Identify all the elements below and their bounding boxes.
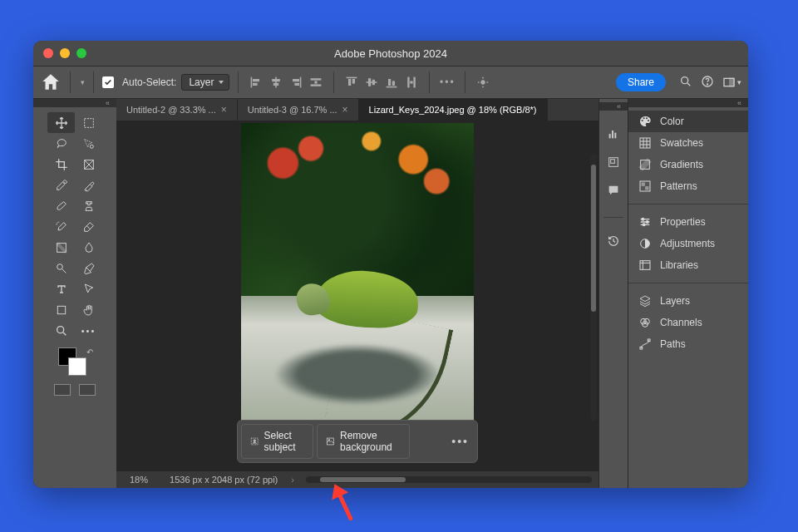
pen-tool[interactable] [75, 258, 102, 278]
options-bar: ▾ Auto-Select: Layer ••• Share [33, 66, 748, 99]
document-tab[interactable]: Untitled-2 @ 33.3% ... × [116, 99, 238, 121]
distribute-v-button[interactable] [402, 73, 421, 91]
move-tool-indicator-icon[interactable]: ▾ [79, 78, 85, 86]
panel-label: Libraries [660, 259, 698, 271]
svg-point-58 [643, 224, 645, 226]
app-window: Adobe Photoshop 2024 ▾ Auto-Select: Laye… [33, 41, 748, 488]
quick-select-tool[interactable] [75, 133, 102, 154]
more-options-button[interactable]: ••• [446, 435, 474, 448]
align-center-h-button[interactable] [267, 73, 285, 91]
align-top-button[interactable] [342, 73, 361, 91]
panel-tab-channels[interactable]: Channels [628, 312, 748, 333]
remove-background-button[interactable]: Remove background [317, 424, 410, 459]
background-color[interactable] [68, 357, 86, 376]
mask-icon[interactable] [430, 429, 443, 454]
workspace-switcher[interactable]: ▾ [722, 76, 741, 89]
share-button[interactable]: Share [616, 73, 666, 91]
clone-stamp-tool[interactable] [75, 195, 102, 216]
svg-rect-9 [311, 78, 322, 80]
align-left-button[interactable] [247, 73, 265, 91]
canvas-viewport[interactable]: Select subject Remove background ••• [116, 121, 598, 471]
brush-tool[interactable] [47, 195, 75, 216]
svg-rect-15 [367, 81, 377, 83]
select-subject-button[interactable]: Select subject [241, 424, 313, 459]
frame-tool[interactable] [75, 154, 102, 175]
tab-label: Untitled-3 @ 16.7% ... [248, 105, 337, 115]
panel-tab-gradients[interactable]: Gradients [628, 154, 748, 175]
vertical-scrollbar[interactable] [590, 154, 597, 421]
svg-rect-2 [253, 83, 258, 86]
panel-tab-layers[interactable]: Layers [628, 290, 748, 312]
panel-tab-patterns[interactable]: Patterns [628, 175, 748, 197]
zoom-tool[interactable] [47, 320, 75, 341]
close-tab-icon[interactable]: × [342, 104, 348, 116]
healing-brush-tool[interactable] [75, 175, 102, 195]
marquee-tool[interactable] [75, 112, 102, 133]
panel-label: Layers [660, 295, 690, 307]
panel-tab-libraries[interactable]: Libraries [628, 254, 748, 276]
collapse-panels-icon[interactable]: « [737, 99, 741, 107]
swap-colors-icon[interactable]: ↶ [86, 347, 93, 357]
close-window-button[interactable] [43, 48, 53, 58]
history-icon[interactable] [607, 234, 620, 251]
align-middle-v-button[interactable] [362, 73, 381, 91]
auto-select-checkbox[interactable] [102, 76, 114, 88]
tab-label: Lizard_Keys_2024.jpeg @ 18% (RGB/8*) [369, 105, 537, 115]
comments-icon[interactable] [607, 184, 620, 200]
quickmask-mode-button[interactable] [79, 384, 96, 396]
svg-rect-64 [640, 347, 643, 349]
lasso-tool[interactable] [47, 133, 75, 154]
align-bottom-button[interactable] [382, 73, 401, 91]
layer-dropdown[interactable]: Layer [181, 74, 229, 91]
status-menu-icon[interactable]: › [286, 475, 299, 485]
panel-tab-properties[interactable]: Properties [628, 211, 748, 233]
document-canvas[interactable] [241, 123, 474, 437]
svg-rect-3 [276, 77, 278, 88]
blur-tool[interactable] [75, 237, 102, 258]
histogram-icon[interactable] [607, 127, 620, 144]
eyedropper-tool[interactable] [47, 175, 75, 195]
doc-dimensions[interactable]: 1536 px x 2048 px (72 ppi) [161, 475, 286, 485]
svg-rect-0 [251, 77, 253, 88]
panel-label: Gradients [660, 159, 703, 170]
gradient-tool[interactable] [47, 237, 75, 258]
search-icon[interactable] [679, 75, 692, 91]
history-brush-tool[interactable] [47, 216, 75, 237]
panel-label: Paths [660, 338, 686, 350]
shape-tool[interactable] [47, 299, 75, 320]
minimize-window-button[interactable] [60, 48, 70, 58]
hand-tool[interactable] [75, 299, 102, 320]
navigator-icon[interactable] [607, 155, 620, 172]
svg-rect-8 [295, 83, 300, 86]
transform-icon[interactable] [413, 429, 426, 454]
move-tool[interactable] [47, 112, 75, 133]
dodge-tool[interactable] [47, 258, 75, 278]
type-tool[interactable] [47, 278, 75, 299]
document-tab[interactable]: Lizard_Keys_2024.jpeg @ 18% (RGB/8*) [359, 99, 548, 121]
standard-mode-button[interactable] [54, 384, 71, 396]
help-icon[interactable] [701, 75, 714, 91]
close-tab-icon[interactable]: × [221, 104, 227, 116]
color-swatches[interactable]: ↶ [57, 347, 93, 381]
path-select-tool[interactable] [75, 278, 102, 299]
svg-rect-16 [368, 78, 371, 86]
more-align-button[interactable]: ••• [438, 73, 456, 91]
3d-mode-button[interactable] [474, 73, 492, 91]
collapse-strip-icon[interactable]: « [617, 102, 621, 111]
svg-point-39 [329, 440, 330, 441]
eraser-tool[interactable] [75, 216, 102, 237]
distribute-h-button[interactable] [307, 73, 325, 91]
panel-tab-adjustments[interactable]: Adjustments [628, 233, 748, 254]
crop-tool[interactable] [47, 154, 75, 175]
collapse-toolbox-icon[interactable]: « [106, 99, 110, 107]
panel-tab-paths[interactable]: Paths [628, 333, 748, 355]
document-tab[interactable]: Untitled-3 @ 16.7% ... × [238, 99, 359, 121]
panel-tab-color[interactable]: Color [628, 111, 748, 132]
panel-tab-swatches[interactable]: Swatches [628, 132, 748, 154]
svg-rect-23 [411, 81, 413, 83]
zoom-window-button[interactable] [76, 48, 86, 58]
zoom-level[interactable]: 18% [116, 475, 161, 485]
align-right-button[interactable] [287, 73, 305, 91]
edit-toolbar-button[interactable]: ••• [75, 320, 102, 341]
home-button[interactable] [40, 71, 62, 93]
